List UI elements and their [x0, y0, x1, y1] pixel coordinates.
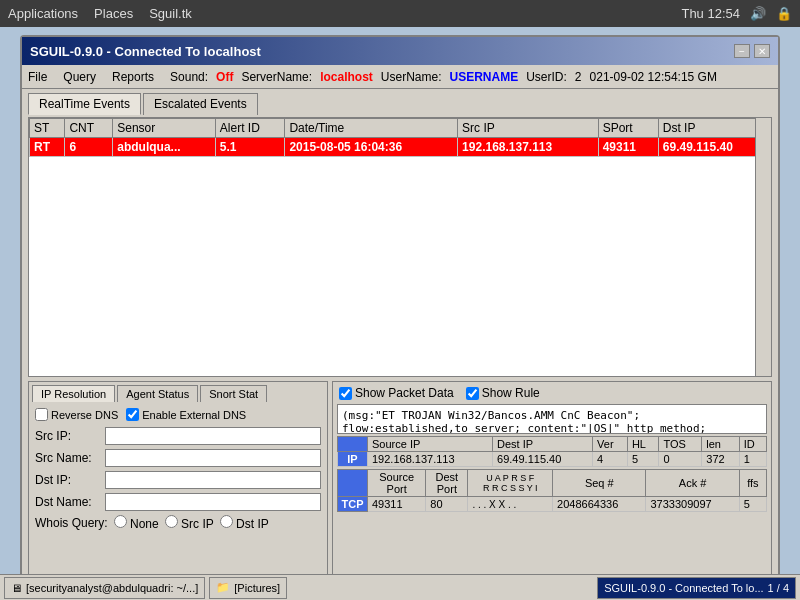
ip-tos-val: 0	[659, 452, 702, 467]
show-rule-checkbox[interactable]	[466, 387, 479, 400]
col-st[interactable]: ST	[30, 119, 65, 138]
sound-label: Sound:	[170, 70, 208, 84]
show-rule-text: Show Rule	[482, 386, 540, 400]
close-button[interactable]: ✕	[754, 44, 770, 58]
top-bar-right: Thu 12:54 🔊 🔒	[681, 6, 792, 21]
cell-dstip: 69.49.115.40	[658, 138, 770, 157]
ip-len-val: 372	[702, 452, 739, 467]
datetime-value: 021-09-02 12:54:15 GM	[590, 70, 717, 84]
pictures-status[interactable]: 📁 [Pictures]	[209, 577, 287, 599]
server-info: Sound: Off ServerName: localhost UserNam…	[170, 70, 717, 84]
whois-srcip-label[interactable]: Src IP	[165, 515, 214, 531]
tcp-flags-val: . . . X X . .	[468, 497, 553, 512]
query-menu[interactable]: Query	[63, 70, 96, 84]
tcp-dport-val: 80	[426, 497, 468, 512]
tcp-ffs-col: ffs	[739, 470, 766, 497]
reverse-dns-label[interactable]: Reverse DNS	[35, 408, 118, 421]
username-value: USERNAME	[450, 70, 519, 84]
whois-srcip-radio[interactable]	[165, 515, 178, 528]
enable-external-dns-label[interactable]: Enable External DNS	[126, 408, 246, 421]
window-title: SGUIL-0.9.0 - Connected To localhost	[30, 44, 261, 59]
col-dstip[interactable]: Dst IP	[658, 119, 770, 138]
page-info: 1 / 4	[768, 582, 789, 594]
cell-alertid: 5.1	[215, 138, 285, 157]
reverse-dns-text: Reverse DNS	[51, 409, 118, 421]
src-ip-input[interactable]	[105, 427, 321, 445]
whois-dstip-label[interactable]: Dst IP	[220, 515, 269, 531]
whois-radio-group: None Src IP Dst IP	[114, 515, 269, 531]
dns-options: Reverse DNS Enable External DNS	[35, 408, 321, 421]
col-cnt[interactable]: CNT	[65, 119, 113, 138]
dst-name-input[interactable]	[105, 493, 321, 511]
dst-ip-input[interactable]	[105, 471, 321, 489]
show-rule-label[interactable]: Show Rule	[466, 386, 540, 400]
col-datetime[interactable]: Date/Time	[285, 119, 458, 138]
tab-realtime[interactable]: RealTime Events	[28, 93, 141, 115]
minimize-button[interactable]: −	[734, 44, 750, 58]
dst-name-row: Dst Name:	[35, 493, 321, 511]
enable-external-dns-checkbox[interactable]	[126, 408, 139, 421]
col-alertid[interactable]: Alert ID	[215, 119, 285, 138]
whois-dstip-radio[interactable]	[220, 515, 233, 528]
col-srcip[interactable]: Src IP	[458, 119, 599, 138]
reverse-dns-checkbox[interactable]	[35, 408, 48, 421]
cell-srcip: 192.168.137.113	[458, 138, 599, 157]
places-menu[interactable]: Places	[94, 6, 133, 21]
whois-none-text: None	[130, 517, 159, 531]
terminal-label: [securityanalyst@abdulquadri: ~/...]	[26, 582, 198, 594]
tab-ip-resolution[interactable]: IP Resolution	[32, 385, 115, 402]
ip-data-row: IP 192.168.137.113 69.49.115.40 4 5 0 37…	[338, 452, 767, 467]
col-sport[interactable]: SPort	[598, 119, 658, 138]
left-panel-content: Reverse DNS Enable External DNS Src IP: …	[29, 402, 327, 585]
lock-icon[interactable]: 🔒	[776, 6, 792, 21]
userid-label: UserID:	[526, 70, 567, 84]
tcp-data-row: TCP 49311 80 . . . X X . . 2048664336 37…	[338, 497, 767, 512]
tab-agent-status[interactable]: Agent Status	[117, 385, 198, 402]
col-sensor[interactable]: Sensor	[113, 119, 216, 138]
title-bar-buttons: − ✕	[734, 44, 770, 58]
cell-cnt: 6	[65, 138, 113, 157]
applications-menu[interactable]: Applications	[8, 6, 78, 21]
whois-dstip-text: Dst IP	[236, 517, 269, 531]
col-source-ip: Source IP	[368, 437, 493, 452]
reports-menu[interactable]: Reports	[112, 70, 154, 84]
tcp-sport-val: 49311	[368, 497, 426, 512]
whois-row: Whois Query: None Src IP Dst IP	[35, 515, 321, 531]
clock: Thu 12:54	[681, 6, 740, 21]
table-scrollbar[interactable]	[755, 118, 771, 376]
packet-message: (msg:"ET TROJAN Win32/Bancos.AMM CnC Bea…	[337, 404, 767, 434]
sound-value: Off	[216, 70, 233, 84]
app-name[interactable]: Sguil.tk	[149, 6, 192, 21]
pictures-label: [Pictures]	[234, 582, 280, 594]
terminal-status[interactable]: 🖥 [securityanalyst@abdulquadri: ~/...]	[4, 577, 205, 599]
right-options: Show Packet Data Show Rule	[333, 382, 771, 404]
tab-escalated[interactable]: Escalated Events	[143, 93, 258, 115]
ip-source-val: 192.168.137.113	[368, 452, 493, 467]
whois-none-label[interactable]: None	[114, 515, 159, 531]
file-menu[interactable]: File	[28, 70, 47, 84]
tcp-source-port-col: SourcePort	[368, 470, 426, 497]
volume-icon[interactable]: 🔊	[750, 6, 766, 21]
system-top-bar: Applications Places Sguil.tk Thu 12:54 🔊…	[0, 0, 800, 27]
tcp-label-cell: TCP	[338, 497, 368, 512]
tcp-ack-col: Ack #	[646, 470, 739, 497]
tcp-ack-val: 3733309097	[646, 497, 739, 512]
table-row[interactable]: RT 6 abdulqua... 5.1 2015-08-05 16:04:36…	[30, 138, 771, 157]
status-right: SGUIL-0.9.0 - Connected To lo... 1 / 4	[597, 577, 796, 599]
tcp-dest-port-col: DestPort	[426, 470, 468, 497]
tab-snort-stat[interactable]: Snort Stat	[200, 385, 267, 402]
whois-none-radio[interactable]	[114, 515, 127, 528]
cell-sensor: abdulqua...	[113, 138, 216, 157]
enable-external-dns-text: Enable External DNS	[142, 409, 246, 421]
window-status[interactable]: SGUIL-0.9.0 - Connected To lo... 1 / 4	[597, 577, 796, 599]
col-hl: HL	[627, 437, 658, 452]
src-name-label: Src Name:	[35, 451, 105, 465]
ip-id-val: 1	[739, 452, 766, 467]
dst-ip-row: Dst IP:	[35, 471, 321, 489]
left-tabs: IP Resolution Agent Status Snort Stat	[29, 382, 327, 402]
show-packet-checkbox[interactable]	[339, 387, 352, 400]
window-status-label: SGUIL-0.9.0 - Connected To lo...	[604, 582, 763, 594]
src-name-input[interactable]	[105, 449, 321, 467]
show-packet-label[interactable]: Show Packet Data	[339, 386, 454, 400]
packet-table-area: Source IP Dest IP Ver HL TOS len ID IP 1	[337, 436, 767, 583]
